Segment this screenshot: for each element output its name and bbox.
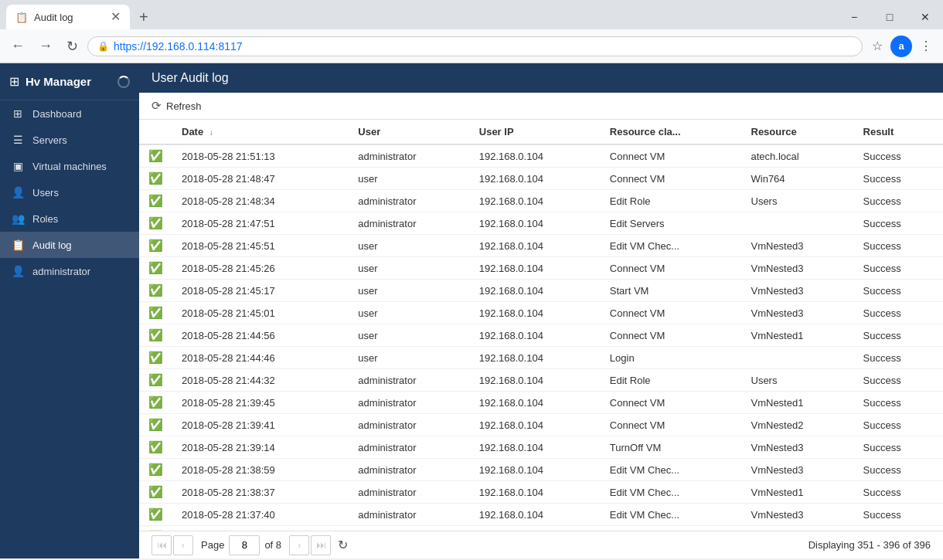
resource-class-cell: Connect VM [601, 392, 742, 414]
table-row[interactable]: ✅ 2018-05-28 21:45:01 user 192.168.0.104… [139, 302, 943, 324]
table-row[interactable]: ✅ 2018-05-28 21:44:32 administrator 192.… [139, 369, 943, 392]
table-row[interactable]: ✅ 2018-05-28 21:48:47 user 192.168.0.104… [139, 168, 943, 190]
pagination-bar: ⏮ ‹ Page of 8 › ⏭ ↻ Displaying 351 - 396… [139, 531, 943, 558]
table-row[interactable]: ✅ 2018-05-28 21:38:37 administrator 192.… [139, 481, 943, 504]
user-cell: administrator [349, 481, 469, 504]
sidebar-item-label: Dashboard [32, 108, 82, 120]
page-label: Page [201, 539, 224, 551]
status-cell: ✅ [139, 280, 172, 302]
user-ip-cell: 192.168.0.104 [470, 235, 601, 257]
page-of-label: of 8 [264, 539, 281, 551]
tab-close-button[interactable]: ✕ [111, 11, 121, 23]
result-cell: Success [854, 235, 943, 257]
sidebar-item-roles[interactable]: 👥 Roles [0, 205, 139, 232]
sidebar-item-users[interactable]: 👤 Users [0, 179, 139, 205]
date-cell: 2018-05-28 21:45:51 [172, 235, 349, 257]
loading-spinner [117, 76, 130, 88]
prev-page-button[interactable]: ‹ [173, 535, 193, 555]
sidebar-item-dashboard[interactable]: ⊞ Dashboard [0, 100, 139, 127]
user-avatar[interactable]: a [890, 36, 912, 57]
col-header-resource[interactable]: Resource [742, 120, 854, 144]
table-row[interactable]: ✅ 2018-05-28 21:44:56 user 192.168.0.104… [139, 324, 943, 347]
result-cell: Success [854, 369, 943, 392]
page-navigation: ⏮ ‹ Page of 8 › ⏭ ↻ [151, 535, 352, 555]
menu-button[interactable]: ⋮ [915, 36, 937, 56]
table-body: ✅ 2018-05-28 21:51:13 administrator 192.… [139, 144, 943, 531]
status-cell: ✅ [139, 324, 172, 347]
bookmark-button[interactable]: ☆ [867, 36, 887, 56]
success-icon: ✅ [148, 261, 163, 274]
resource-class-cell: Edit VM Chec... [601, 459, 742, 481]
table-row[interactable]: ✅ 2018-05-28 21:48:34 administrator 192.… [139, 190, 943, 212]
page-reload-button[interactable]: ↻ [332, 535, 352, 555]
resource-cell: Users [742, 190, 854, 212]
forward-button[interactable]: → [34, 35, 57, 57]
table-row[interactable]: ✅ 2018-05-28 21:37:40 administrator 192.… [139, 504, 943, 526]
success-icon: ✅ [148, 194, 163, 207]
result-cell: Success [854, 347, 943, 369]
reload-button[interactable]: ↻ [62, 35, 83, 58]
user-cell: administrator [349, 144, 469, 168]
user-ip-cell: 192.168.0.104 [470, 144, 601, 168]
dashboard-icon: ⊞ [11, 107, 25, 120]
col-header-resource-class[interactable]: Resource cla... [601, 120, 742, 144]
sidebar-item-administrator[interactable]: 👤 administrator [0, 258, 139, 284]
maximize-button[interactable]: □ [872, 5, 907, 29]
user-ip-cell: 192.168.0.104 [470, 212, 601, 235]
resource-cell: VmNested2 [742, 414, 854, 436]
table-row[interactable]: ✅ 2018-05-28 21:45:26 user 192.168.0.104… [139, 257, 943, 280]
table-row[interactable]: ✅ 2018-05-28 21:45:51 user 192.168.0.104… [139, 235, 943, 257]
col-header-date[interactable]: Date ↓ [172, 120, 349, 144]
page-header: User Audit log [139, 63, 943, 93]
table-row[interactable]: ✅ 2018-05-28 21:45:17 user 192.168.0.104… [139, 280, 943, 302]
date-cell: 2018-05-28 21:39:14 [172, 436, 349, 459]
table-row[interactable]: ✅ 2018-05-28 21:47:51 administrator 192.… [139, 212, 943, 235]
table-row[interactable]: ✅ 2018-05-28 21:39:14 administrator 192.… [139, 436, 943, 459]
vm-icon: ▣ [11, 160, 25, 172]
browser-tab[interactable]: 📋 Audit log ✕ [6, 5, 130, 29]
next-page-button[interactable]: › [289, 535, 309, 555]
back-button[interactable]: ← [6, 35, 29, 57]
col-header-user[interactable]: User [349, 120, 469, 144]
table-row[interactable]: ✅ 2018-05-28 21:39:45 administrator 192.… [139, 392, 943, 414]
sidebar-item-audit-log[interactable]: 📋 Audit log [0, 232, 139, 258]
date-cell: 2018-05-28 21:39:45 [172, 392, 349, 414]
resource-class-cell: Edit Role [601, 369, 742, 392]
address-bar[interactable]: 🔒 https://192.168.0.114:8117 [87, 36, 863, 56]
sidebar-item-virtual-machines[interactable]: ▣ Virtual machines [0, 153, 139, 179]
address-url: https://192.168.0.114:8117 [114, 40, 243, 53]
user-ip-cell: 192.168.0.104 [470, 369, 601, 392]
user-cell: administrator [349, 190, 469, 212]
sidebar: ⊞ Hv Manager ⊞ Dashboard ☰ Servers ▣ Vir… [0, 63, 139, 558]
status-cell: ✅ [139, 144, 172, 168]
page-number-input[interactable] [229, 535, 260, 555]
resource-class-cell: Edit VM Chec... [601, 481, 742, 504]
col-header-user-ip[interactable]: User IP [470, 120, 601, 144]
user-cell: user [349, 347, 469, 369]
table-row[interactable]: ✅ 2018-05-28 21:39:41 administrator 192.… [139, 414, 943, 436]
table-row[interactable]: ✅ 2018-05-28 21:38:59 administrator 192.… [139, 459, 943, 481]
new-tab-button[interactable]: + [133, 5, 155, 29]
user-ip-cell: 192.168.0.104 [470, 168, 601, 190]
sidebar-item-servers[interactable]: ☰ Servers [0, 127, 139, 153]
minimize-button[interactable]: − [836, 5, 872, 29]
first-page-button[interactable]: ⏮ [151, 535, 172, 555]
date-cell: 2018-05-28 21:44:46 [172, 347, 349, 369]
col-header-result[interactable]: Result [854, 120, 943, 144]
refresh-button[interactable]: ⟳ Refresh [151, 99, 202, 113]
user-cell: administrator [349, 414, 469, 436]
status-cell: ✅ [139, 235, 172, 257]
result-cell: Success [854, 212, 943, 235]
last-page-button[interactable]: ⏭ [311, 535, 331, 555]
sidebar-logo-icon: ⊞ [9, 74, 19, 89]
status-cell: ✅ [139, 481, 172, 504]
success-icon: ✅ [148, 440, 163, 453]
success-icon: ✅ [148, 463, 163, 476]
success-icon: ✅ [148, 328, 163, 341]
table-row[interactable]: ✅ 2018-05-28 21:51:13 administrator 192.… [139, 144, 943, 168]
date-cell: 2018-05-28 21:45:17 [172, 280, 349, 302]
audit-log-table-container: Date ↓ User User IP Resource cla... [139, 120, 943, 531]
close-button[interactable]: ✕ [907, 5, 943, 29]
user-ip-cell: 192.168.0.104 [470, 257, 601, 280]
table-row[interactable]: ✅ 2018-05-28 21:44:46 user 192.168.0.104… [139, 347, 943, 369]
